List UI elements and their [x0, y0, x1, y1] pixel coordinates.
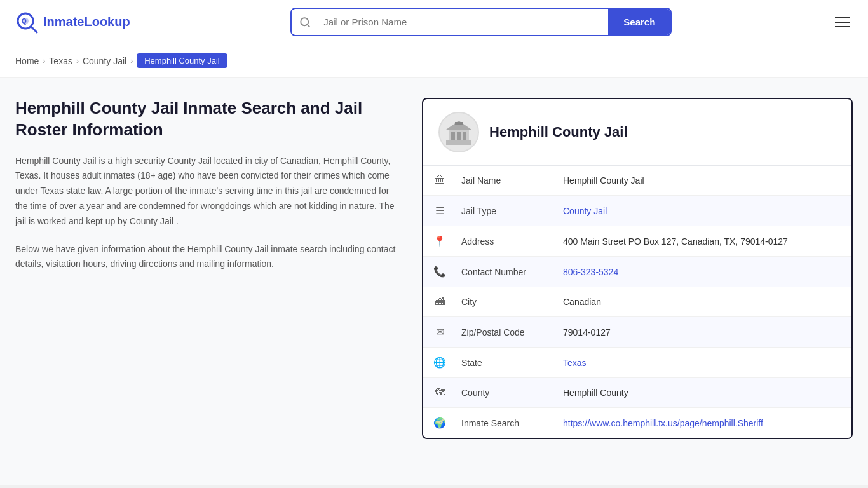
info-row: ☰Jail TypeCounty Jail	[423, 196, 851, 226]
row-icon: ☰	[423, 196, 456, 226]
row-label: Contact Number	[456, 258, 558, 286]
search-icon-wrap	[292, 10, 318, 34]
info-row: 📞Contact Number806-323-5324	[423, 257, 851, 287]
search-wrapper: Search	[290, 8, 672, 36]
info-row: ✉Zip/Postal Code79014-0127	[423, 317, 851, 348]
row-value[interactable]: 806-323-5324	[558, 258, 851, 286]
main-content: Hemphill County Jail Inmate Search and J…	[0, 78, 868, 459]
footer-spacer	[0, 485, 868, 488]
row-icon: 🏙	[423, 287, 456, 316]
row-icon: ✉	[423, 317, 456, 347]
row-value: 400 Main Street PO Box 127, Canadian, TX…	[558, 227, 851, 255]
page-description-2: Below we have given information about th…	[15, 242, 397, 273]
row-icon: 🌍	[423, 408, 456, 438]
breadcrumb-current: Hemphill County Jail	[137, 53, 227, 68]
row-value[interactable]: County Jail	[558, 197, 851, 225]
breadcrumb-chevron-3: ›	[130, 57, 133, 65]
row-icon: 📞	[423, 257, 456, 287]
jail-building-icon	[444, 117, 474, 147]
row-icon: 🗺	[423, 378, 456, 407]
card-header: Hemphill County Jail	[423, 99, 851, 166]
svg-text:Q: Q	[22, 18, 27, 25]
row-label: Jail Name	[456, 166, 558, 194]
row-value: 79014-0127	[558, 318, 851, 346]
header: Q InmateLookup Search	[0, 0, 868, 44]
row-value: Hemphill County Jail	[558, 166, 851, 194]
svg-rect-10	[463, 132, 466, 140]
info-row: 🌍Inmate Searchhttps://www.co.hemphill.tx…	[423, 408, 851, 438]
row-label: Inmate Search	[456, 409, 558, 437]
row-link[interactable]: 806-323-5324	[563, 267, 618, 277]
row-link[interactable]: https://www.co.hemphill.tx.us/page/hemph…	[563, 418, 763, 428]
svg-line-1	[31, 27, 37, 32]
logo[interactable]: Q InmateLookup	[15, 11, 130, 34]
svg-rect-12	[455, 122, 463, 125]
hamburger-line-1	[835, 17, 850, 18]
hamburger-line-2	[835, 22, 850, 23]
svg-rect-8	[451, 132, 455, 140]
row-label: City	[456, 288, 558, 316]
row-icon: 🏛	[423, 166, 456, 195]
logo-icon: Q	[15, 11, 38, 34]
info-row: 🏛Jail NameHemphill County Jail	[423, 166, 851, 196]
breadcrumb-state[interactable]: Texas	[49, 56, 72, 66]
svg-line-5	[308, 24, 309, 26]
info-row: 🌐StateTexas	[423, 348, 851, 378]
row-label: Zip/Postal Code	[456, 318, 558, 346]
info-rows: 🏛Jail NameHemphill County Jail☰Jail Type…	[423, 166, 851, 438]
row-icon: 🌐	[423, 348, 456, 377]
logo-text: InmateLookup	[43, 15, 130, 29]
breadcrumb-jail-type[interactable]: County Jail	[83, 56, 126, 66]
hamburger-line-3	[835, 26, 850, 27]
info-card: Hemphill County Jail 🏛Jail NameHemphill …	[422, 98, 853, 439]
breadcrumb: Home › Texas › County Jail › Hemphill Co…	[0, 44, 868, 78]
row-value: Canadian	[558, 288, 851, 316]
row-link[interactable]: Texas	[563, 358, 587, 368]
row-value[interactable]: https://www.co.hemphill.tx.us/page/hemph…	[558, 409, 851, 437]
row-value[interactable]: Texas	[558, 349, 851, 377]
search-input[interactable]	[318, 10, 608, 34]
row-link[interactable]: County Jail	[563, 206, 607, 216]
row-label: Jail Type	[456, 197, 558, 225]
logo-part2: Lookup	[84, 15, 130, 29]
search-area: Search	[290, 8, 672, 36]
breadcrumb-chevron-1: ›	[43, 57, 45, 65]
row-icon: 📍	[423, 226, 456, 256]
info-row: 🗺CountyHemphill County	[423, 378, 851, 408]
row-label: Address	[456, 227, 558, 255]
page-title: Hemphill County Jail Inmate Search and J…	[15, 98, 397, 141]
svg-rect-9	[457, 132, 461, 140]
page-description-1: Hemphill County Jail is a high security …	[15, 154, 397, 229]
search-icon	[299, 17, 311, 28]
menu-button[interactable]	[832, 15, 853, 30]
svg-rect-6	[446, 140, 471, 145]
logo-part1: Inmate	[43, 15, 84, 29]
info-row: 🏙CityCanadian	[423, 287, 851, 317]
info-row: 📍Address400 Main Street PO Box 127, Cana…	[423, 226, 851, 257]
row-label: County	[456, 379, 558, 407]
left-column: Hemphill County Jail Inmate Search and J…	[15, 98, 422, 439]
breadcrumb-home[interactable]: Home	[15, 56, 39, 66]
card-title: Hemphill County Jail	[489, 124, 628, 140]
breadcrumb-chevron-2: ›	[76, 57, 79, 65]
row-value: Hemphill County	[558, 379, 851, 407]
jail-image	[438, 112, 479, 152]
search-button[interactable]: Search	[608, 9, 670, 35]
row-label: State	[456, 349, 558, 377]
right-column: Hemphill County Jail 🏛Jail NameHemphill …	[422, 98, 853, 439]
